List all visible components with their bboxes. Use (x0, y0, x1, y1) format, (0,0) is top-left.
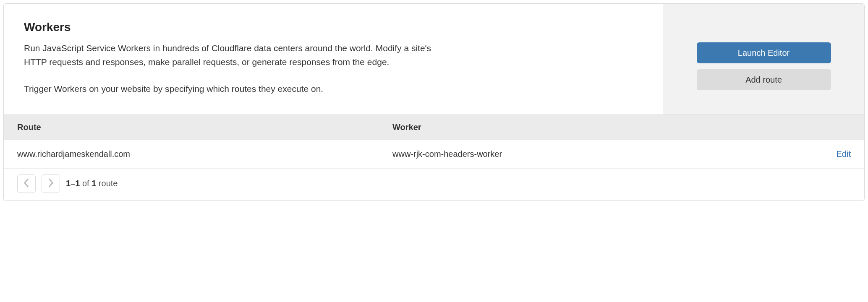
table-row: www.richardjameskendall.com www-rjk-com-… (4, 140, 864, 168)
page-description: Run JavaScript Service Workers in hundre… (24, 42, 435, 96)
cell-actions: Edit (761, 140, 864, 168)
card-main: Workers Run JavaScript Service Workers i… (4, 4, 663, 115)
add-route-button[interactable]: Add route (697, 69, 831, 90)
workers-card: Workers Run JavaScript Service Workers i… (3, 3, 865, 201)
routes-table: Route Worker www.richardjameskendall.com… (4, 115, 864, 169)
description-paragraph-1: Run JavaScript Service Workers in hundre… (24, 42, 435, 69)
cell-worker: www-rjk-com-headers-worker (382, 140, 761, 168)
column-header-worker: Worker (382, 115, 761, 140)
pager-range: 1–1 (66, 179, 80, 188)
pager-total: 1 (92, 179, 96, 188)
card-top: Workers Run JavaScript Service Workers i… (4, 4, 864, 115)
column-header-actions (761, 115, 864, 140)
column-header-route: Route (4, 115, 382, 140)
chevron-right-icon (48, 178, 54, 189)
pager-prev-button[interactable] (17, 174, 36, 193)
cell-route: www.richardjameskendall.com (4, 140, 382, 168)
pager-next-button[interactable] (42, 174, 60, 193)
pager: 1–1 of 1 route (4, 169, 864, 200)
card-actions: Launch Editor Add route (663, 4, 864, 115)
pager-text: 1–1 of 1 route (66, 179, 118, 188)
pager-of: of (80, 179, 92, 188)
description-paragraph-2: Trigger Workers on your website by speci… (24, 82, 435, 96)
page-title: Workers (24, 21, 643, 34)
pager-suffix: route (96, 179, 118, 188)
launch-editor-button[interactable]: Launch Editor (697, 42, 831, 63)
table-header-row: Route Worker (4, 115, 864, 140)
edit-link[interactable]: Edit (837, 149, 851, 159)
chevron-left-icon (24, 178, 29, 189)
